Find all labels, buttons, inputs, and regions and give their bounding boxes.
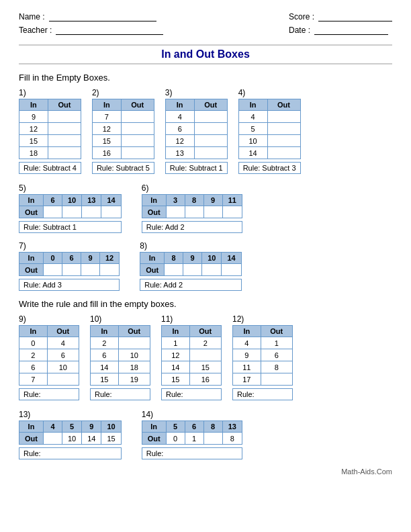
p3-header-in: In bbox=[165, 99, 194, 111]
table-cell[interactable] bbox=[48, 111, 81, 123]
table-cell[interactable] bbox=[267, 111, 300, 123]
problem-11-rule[interactable]: Rule: bbox=[161, 388, 222, 400]
table-cell[interactable] bbox=[121, 147, 154, 159]
name-label: Name : bbox=[19, 12, 45, 21]
table-cell[interactable] bbox=[81, 264, 99, 276]
table-header: 10 bbox=[101, 421, 121, 433]
p2-header-in: In bbox=[92, 99, 121, 111]
problem-8: 8) In891014Out Rule: Add 2 bbox=[140, 241, 241, 291]
problem-6-table: In38911Out bbox=[142, 194, 242, 218]
table-cell: 14 bbox=[82, 433, 101, 445]
table-cell[interactable] bbox=[166, 206, 185, 218]
problem-3-rule: Rule: Subtract 1 bbox=[165, 162, 228, 174]
table-header: 12 bbox=[99, 253, 119, 264]
table-cell[interactable] bbox=[267, 123, 300, 135]
table-cell: 15 bbox=[162, 373, 190, 386]
problem-2: 2) In Out 7121516 Rule: Subtract 5 bbox=[92, 88, 154, 174]
table-cell[interactable] bbox=[194, 111, 227, 123]
problem-14-rule[interactable]: Rule: bbox=[142, 447, 242, 459]
score-line: Score : bbox=[289, 12, 392, 21]
section1-instructions: Fill in the Empty Boxes. bbox=[19, 73, 392, 83]
problem-6-rule: Rule: Add 2 bbox=[142, 221, 242, 233]
header-right: Score : Date : bbox=[289, 12, 392, 35]
table-cell: 0 bbox=[166, 433, 185, 445]
problem-13-rule[interactable]: Rule: bbox=[19, 447, 122, 459]
table-cell[interactable] bbox=[47, 373, 79, 386]
teacher-underline[interactable] bbox=[56, 26, 163, 35]
table-cell[interactable] bbox=[62, 206, 81, 218]
table-cell[interactable] bbox=[121, 111, 154, 123]
table-cell: 10 bbox=[238, 135, 267, 147]
problem-13: 13) In45910Out101415 Rule: bbox=[19, 410, 122, 459]
table-cell: 6 bbox=[91, 349, 119, 361]
table-cell[interactable] bbox=[99, 264, 119, 276]
table-cell[interactable] bbox=[203, 206, 222, 218]
problem-6-num: 6) bbox=[142, 183, 242, 193]
problem-13-num: 13) bbox=[19, 410, 122, 419]
table-cell[interactable] bbox=[202, 264, 222, 276]
table-cell: 6 bbox=[261, 349, 292, 361]
table-cell: 11 bbox=[233, 361, 261, 373]
p10-header-in: In bbox=[91, 326, 119, 337]
p3-header-out: Out bbox=[194, 99, 227, 111]
table-cell[interactable] bbox=[261, 373, 292, 386]
table-cell[interactable] bbox=[194, 147, 227, 159]
table-cell: 15 bbox=[92, 135, 121, 147]
table-cell[interactable] bbox=[101, 206, 121, 218]
table-cell[interactable] bbox=[189, 349, 221, 361]
date-underline[interactable] bbox=[314, 26, 388, 35]
table-cell[interactable] bbox=[48, 147, 81, 159]
problem-4: 4) In Out 451014 Rule: Subtract 3 bbox=[238, 88, 301, 174]
table-cell[interactable] bbox=[121, 123, 154, 135]
score-underline[interactable] bbox=[318, 12, 392, 21]
table-header: Out bbox=[142, 206, 166, 218]
table-cell: 15 bbox=[19, 135, 48, 147]
table-cell[interactable] bbox=[43, 206, 62, 218]
table-cell[interactable] bbox=[118, 337, 150, 349]
problem-7-table: In06912Out bbox=[19, 252, 120, 276]
table-header: 14 bbox=[222, 253, 241, 264]
table-cell[interactable] bbox=[194, 135, 227, 147]
table-cell[interactable] bbox=[222, 264, 241, 276]
table-cell[interactable] bbox=[194, 123, 227, 135]
table-cell: 14 bbox=[91, 361, 119, 373]
table-cell[interactable] bbox=[267, 147, 300, 159]
table-header: 9 bbox=[203, 195, 222, 206]
table-cell[interactable] bbox=[48, 135, 81, 147]
p11-header-out: Out bbox=[189, 326, 221, 337]
problem-10: 10) In Out 261014181519 Rule: bbox=[90, 314, 150, 400]
problem-1-table: In Out 9121518 bbox=[19, 99, 81, 159]
problem-10-table: In Out 261014181519 bbox=[90, 325, 150, 386]
table-header: 0 bbox=[43, 253, 62, 264]
table-header: 4 bbox=[43, 421, 62, 433]
table-cell[interactable] bbox=[183, 264, 202, 276]
table-cell[interactable] bbox=[43, 264, 62, 276]
table-header: 5 bbox=[62, 421, 81, 433]
table-cell: 6 bbox=[47, 349, 79, 361]
problem-9-rule[interactable]: Rule: bbox=[19, 388, 79, 400]
p4-header-in: In bbox=[238, 99, 267, 111]
table-header: 8 bbox=[203, 421, 222, 433]
name-line: Name : bbox=[19, 12, 163, 21]
table-header: In bbox=[19, 253, 44, 264]
table-cell[interactable] bbox=[43, 433, 62, 445]
name-underline[interactable] bbox=[49, 12, 156, 21]
table-header: In bbox=[140, 253, 165, 264]
table-cell[interactable] bbox=[62, 264, 81, 276]
table-cell[interactable] bbox=[165, 264, 183, 276]
problem-9-table: In Out 04266107 bbox=[19, 325, 79, 386]
table-header: 13 bbox=[222, 421, 242, 433]
table-cell[interactable] bbox=[48, 123, 81, 135]
table-cell: 6 bbox=[165, 123, 194, 135]
problem-9: 9) In Out 04266107 Rule: bbox=[19, 314, 79, 400]
problem-12-rule[interactable]: Rule: bbox=[232, 388, 293, 400]
table-header: 5 bbox=[166, 421, 185, 433]
p12-header-out: Out bbox=[261, 326, 292, 337]
table-cell[interactable] bbox=[121, 135, 154, 147]
table-cell[interactable] bbox=[267, 135, 300, 147]
table-cell[interactable] bbox=[222, 206, 242, 218]
table-cell[interactable] bbox=[203, 433, 222, 445]
table-cell[interactable] bbox=[185, 206, 203, 218]
problem-10-rule[interactable]: Rule: bbox=[90, 388, 150, 400]
table-cell[interactable] bbox=[82, 206, 101, 218]
